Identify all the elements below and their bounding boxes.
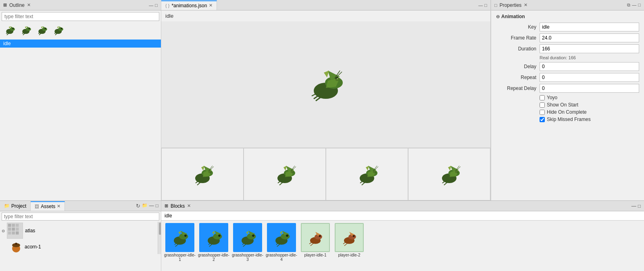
outline-close-button[interactable]: ✕ xyxy=(27,3,31,7)
block-item-5[interactable]: player-idle-2 xyxy=(333,223,365,257)
svg-rect-83 xyxy=(16,224,19,227)
outline-filter-input[interactable] xyxy=(2,12,159,21)
key-input[interactable] xyxy=(540,23,639,31)
svg-marker-53 xyxy=(283,166,287,171)
svg-rect-92 xyxy=(15,243,17,245)
outline-sprite-3[interactable] xyxy=(35,23,50,38)
assets-folder-icon[interactable]: 📁 xyxy=(142,203,148,209)
block-item-3[interactable]: grasshopper-idle-4 xyxy=(265,223,298,262)
anim-maximize-button[interactable]: □ xyxy=(484,3,487,8)
delay-input[interactable] xyxy=(540,62,639,71)
acorn-tree-item[interactable]: acorn-1 xyxy=(0,240,158,254)
animation-preview-area xyxy=(161,21,490,148)
acorn-label: acorn-1 xyxy=(25,244,41,250)
repeat-property-row: Repeat xyxy=(496,73,639,82)
block-item-0[interactable]: grasshopper-idle-1 xyxy=(164,223,196,262)
outline-maximize-button[interactable]: □ xyxy=(155,3,158,8)
assets-left-column: ⊖ xyxy=(0,211,161,254)
outline-sprite-1[interactable] xyxy=(3,23,18,38)
outline-selected-label: idle xyxy=(3,41,11,46)
bottom-area: 📁 Project 🖼 Assets ✕ ↻ 📁 — □ ⊖ xyxy=(0,200,644,271)
animation-frame-1[interactable] xyxy=(161,148,244,200)
properties-close-button[interactable]: ✕ xyxy=(524,3,527,7)
delay-label: Delay xyxy=(496,64,536,69)
block-label-4: player-idle-1 xyxy=(304,253,326,257)
anim-minimize-button[interactable]: — xyxy=(478,3,483,8)
frame-rate-input[interactable] xyxy=(540,33,639,42)
assets-scrollbar[interactable] xyxy=(158,222,161,254)
outline-title: Outline xyxy=(9,2,25,8)
assets-tree-scroll: ⊖ xyxy=(0,222,158,254)
yoyo-checkbox[interactable] xyxy=(540,95,545,100)
block-item-1[interactable]: grasshopper-idle-2 xyxy=(198,223,230,262)
assets-panel-controls: ↻ 📁 — □ xyxy=(136,203,161,209)
properties-maximize-button[interactable]: □ xyxy=(638,2,641,8)
block-label-0: grasshopper-idle-1 xyxy=(164,253,196,262)
outline-header: ⊞ Outline ✕ — □ xyxy=(0,0,161,10)
section-collapse-icon[interactable]: ⊖ xyxy=(496,14,500,19)
assets-minimize-button[interactable]: — xyxy=(149,203,154,209)
assets-tab[interactable]: 🖼 Assets ✕ xyxy=(31,201,65,211)
properties-restore-button[interactable]: ⧉ xyxy=(627,2,630,8)
duration-input[interactable] xyxy=(540,44,639,53)
outline-minimize-button[interactable]: — xyxy=(149,3,153,8)
animation-editor-panel: { } *animations.json ✕ — □ idle xyxy=(161,0,491,200)
real-duration-row: Real duration: 166 xyxy=(496,55,639,60)
block-image-0 xyxy=(165,223,194,252)
animation-frame-3[interactable] xyxy=(326,148,408,200)
svg-point-123 xyxy=(319,235,321,237)
project-tab-label: Project xyxy=(11,203,26,209)
blocks-panel-icon: ⊞ xyxy=(165,203,168,208)
outline-sprite-2[interactable] xyxy=(19,23,34,38)
block-item-4[interactable]: player-idle-1 xyxy=(299,223,331,257)
repeat-delay-input[interactable] xyxy=(540,84,639,93)
yoyo-label: Yoyo xyxy=(547,95,557,100)
svg-marker-6 xyxy=(9,26,11,28)
assets-maximize-button[interactable]: □ xyxy=(156,203,158,209)
blocks-close-button[interactable]: ✕ xyxy=(187,204,191,208)
assets-tab-icon: 🖼 xyxy=(35,204,39,209)
animation-tab-close[interactable]: ✕ xyxy=(209,3,213,8)
blocks-scroll-area[interactable]: grasshopper-idle-1 grasshopper-idle-2 xyxy=(161,221,644,271)
properties-minimize-button[interactable]: — xyxy=(632,2,636,8)
svg-marker-13 xyxy=(25,26,27,28)
outline-sprite-4[interactable] xyxy=(52,23,66,38)
blocks-header: ⊞ Blocks ✕ — □ xyxy=(161,201,644,211)
repeat-delay-label: Repeat Delay xyxy=(496,85,536,91)
animation-frame-4[interactable] xyxy=(408,148,490,200)
project-tab-icon: 📁 xyxy=(4,203,10,208)
hide-on-complete-checkbox-row: Hide On Complete xyxy=(496,109,639,115)
blocks-maximize-button[interactable]: □ xyxy=(638,203,641,209)
svg-rect-82 xyxy=(12,224,15,227)
svg-point-24 xyxy=(61,28,63,29)
svg-marker-103 xyxy=(212,231,215,234)
show-on-start-checkbox[interactable] xyxy=(540,102,545,108)
assets-refresh-icon[interactable]: ↻ xyxy=(136,203,140,209)
svg-point-104 xyxy=(218,235,221,237)
project-tab[interactable]: 📁 Project xyxy=(0,202,31,211)
acorn-sprite xyxy=(10,240,23,253)
svg-rect-81 xyxy=(8,224,11,227)
outline-selected-item[interactable]: idle xyxy=(0,40,161,48)
repeat-input[interactable] xyxy=(540,73,639,82)
block-image-2 xyxy=(233,223,262,252)
svg-rect-89 xyxy=(16,231,19,235)
animation-section-title: Animation xyxy=(501,14,525,19)
block-item-2[interactable]: grasshopper-idle-3 xyxy=(231,223,264,262)
skip-missed-frames-checkbox[interactable] xyxy=(540,117,545,122)
frame-rate-label: Frame Rate xyxy=(496,35,536,41)
svg-rect-88 xyxy=(12,231,15,235)
frame-rate-property-row: Frame Rate xyxy=(496,33,639,42)
animation-frame-2[interactable] xyxy=(244,148,326,200)
blocks-animation-label-input[interactable] xyxy=(165,213,641,219)
assets-filter-input[interactable] xyxy=(2,213,159,221)
block-label-3: grasshopper-idle-4 xyxy=(265,253,298,262)
animation-tab[interactable]: { } *animations.json ✕ xyxy=(161,0,217,10)
svg-point-3 xyxy=(13,28,14,29)
atlas-expand-icon[interactable]: ⊖ xyxy=(2,229,5,233)
assets-tab-close[interactable]: ✕ xyxy=(57,204,60,208)
hide-on-complete-checkbox[interactable] xyxy=(540,110,545,115)
blocks-minimize-button[interactable]: — xyxy=(631,203,636,209)
repeat-label: Repeat xyxy=(496,75,536,80)
atlas-tree-item[interactable]: ⊖ xyxy=(0,222,158,240)
